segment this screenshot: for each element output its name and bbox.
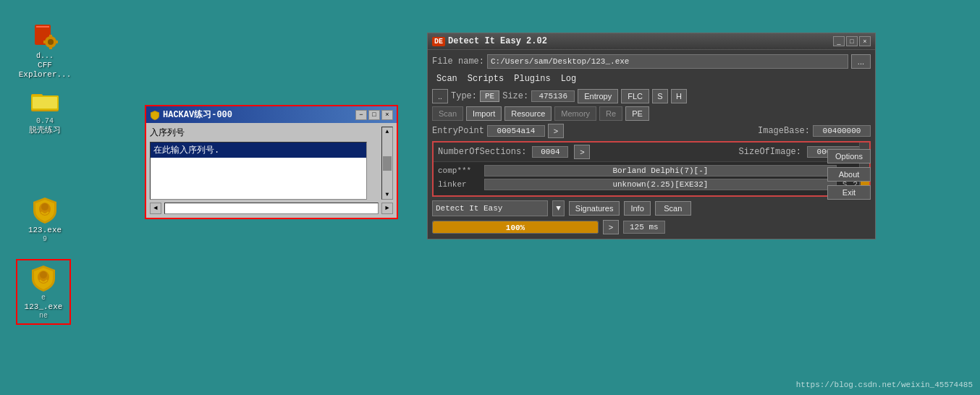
exe2-wrapper: e 123_.exe ne — [16, 259, 71, 325]
hackav-dialog: HACKAV练习-000 − □ × 入序列号 在此输入序列号. ▲ ▼ ◄ — [145, 105, 398, 219]
die-numsections-arrow[interactable]: > — [574, 145, 590, 159]
die-entropy-btn[interactable]: Entropy — [578, 89, 618, 103]
folder-label: 0.74 脱壳练习 — [29, 117, 61, 135]
folder-img — [30, 87, 59, 116]
die-scan-btn[interactable]: Scan — [432, 106, 463, 121]
die-imgbase-label: ImageBase: — [758, 126, 810, 136]
die-flc-btn[interactable]: FLC — [621, 89, 649, 103]
svg-rect-1 — [36, 26, 49, 27]
svg-rect-5 — [49, 46, 52, 49]
die-numsections-val: 0004 — [532, 146, 568, 158]
die-detection-header: NumberOfSections: 0004 > SizeOfImage: 00… — [434, 143, 869, 162]
die-options-btn[interactable]: Options — [827, 149, 871, 163]
die-type-val: PE — [480, 90, 499, 102]
die-info-btn[interactable]: Info — [624, 201, 650, 216]
die-close-btn[interactable]: × — [859, 36, 871, 46]
hackav-titlebar-left: HACKAV练习-000 — [150, 109, 232, 121]
die-max-btn[interactable]: □ — [846, 36, 858, 46]
die-back-btn[interactable]: .. — [432, 89, 448, 103]
die-detection-body: comp*** Borland Delphi(7)[-] S ? linker … — [434, 162, 869, 195]
die-menu-scripts[interactable]: Scripts — [463, 72, 508, 85]
die-window: DE Detect It Easy 2.02 _ □ × File name: … — [427, 33, 876, 239]
die-scan-action-btn[interactable]: Scan — [655, 201, 691, 216]
hackav-max-btn[interactable]: □ — [368, 110, 380, 120]
die-menu-row: Scan Scripts Plugins Log — [432, 72, 871, 85]
hackav-label: 入序列号 — [150, 127, 379, 139]
hackav-hscrollbar[interactable] — [164, 203, 379, 214]
exe2-label: e 123_.exe ne — [25, 294, 63, 320]
die-size-val: 475136 — [531, 90, 575, 102]
folder-icon[interactable]: 0.74 脱壳练习 — [22, 87, 68, 135]
die-ep-arrow-btn[interactable]: > — [548, 124, 564, 138]
die-s-btn[interactable]: S — [652, 89, 668, 103]
die-logo: DE — [432, 37, 445, 46]
die-about-btn[interactable]: About — [827, 167, 871, 182]
exe1-icon[interactable]: 123.exe 9 — [22, 195, 68, 244]
die-resource-btn[interactable]: Resource — [504, 106, 552, 121]
die-type-row: .. Type: PE Size: 475136 Entropy FLC S H — [432, 89, 871, 103]
die-browse-btn[interactable]: ... — [851, 54, 871, 69]
cff-explorer-icon[interactable]: d... CFF Explorer... — [22, 22, 68, 80]
die-menu-scan[interactable]: Scan — [432, 72, 462, 85]
die-menu-plugins[interactable]: Plugins — [510, 72, 554, 85]
die-min-btn[interactable]: _ — [833, 36, 845, 46]
hackav-input-area[interactable]: 在此输入序列号. — [150, 142, 367, 200]
svg-point-13 — [41, 203, 48, 211]
die-exit-btn[interactable]: Exit — [827, 185, 871, 200]
hackav-close-btn[interactable]: × — [381, 110, 393, 120]
die-imgbase-val: 00400000 — [813, 125, 871, 137]
die-progress-container: 100% — [432, 221, 599, 234]
hackav-titlebar: HACKAV练习-000 − □ × — [146, 106, 397, 123]
die-import-row: Scan Import Resource Memory Re PE — [432, 106, 871, 121]
exe2-img — [29, 263, 58, 292]
die-progress-pct: 100% — [506, 224, 525, 232]
die-linker-val: unknown(2.25)[EXE32] — [484, 179, 837, 190]
die-memory-btn[interactable]: Memory — [554, 106, 596, 121]
cff-explorer-label: d... CFF Explorer... — [19, 52, 72, 80]
die-import-btn[interactable]: Import — [466, 106, 502, 121]
die-re-btn[interactable]: Re — [599, 106, 622, 121]
hackav-min-btn[interactable]: − — [355, 110, 367, 120]
die-ep-val: 00054a14 — [487, 125, 545, 137]
die-linker-key: linker — [438, 180, 481, 189]
die-menu-log[interactable]: Log — [557, 72, 581, 85]
hackav-input-selected: 在此输入序列号. — [151, 143, 366, 158]
die-file-path[interactable] — [487, 54, 848, 69]
die-titlebar-controls: _ □ × — [833, 36, 871, 46]
die-comp-key: comp*** — [438, 166, 481, 175]
die-right-panel: Options About Exit — [827, 149, 871, 200]
hackav-shield-icon — [150, 110, 160, 120]
die-titlebar: DE Detect It Easy 2.02 _ □ × — [428, 33, 875, 50]
watermark: https://blog.csdn.net/weixin_45574485 — [796, 381, 973, 389]
die-progress-time: 125 ms — [623, 221, 665, 234]
svg-rect-4 — [49, 35, 52, 38]
svg-rect-11 — [33, 97, 57, 109]
die-ep-label: EntryPoint — [432, 126, 484, 136]
hackav-scrollbar-v[interactable]: ▲ ▼ — [381, 127, 393, 200]
exe1-img — [30, 195, 59, 224]
die-comp-row: comp*** Borland Delphi(7)[-] S ? — [438, 165, 858, 177]
watermark-text: https://blog.csdn.net/weixin_45574485 — [796, 381, 973, 389]
hackav-title: HACKAV练习-000 — [163, 109, 232, 121]
die-body: File name: ... Scan Scripts Plugins Log … — [428, 50, 875, 239]
die-dropdown-arrow[interactable]: ▼ — [552, 200, 565, 216]
svg-rect-6 — [43, 41, 46, 43]
hackav-scroll-right[interactable]: ► — [381, 203, 393, 214]
hackav-body: 入序列号 在此输入序列号. ▲ ▼ ◄ ► — [146, 123, 397, 218]
die-numsections-label: NumberOfSections: — [438, 147, 526, 157]
hackav-controls: − □ × — [355, 110, 393, 120]
die-signatures-btn[interactable]: Signatures — [569, 201, 620, 216]
svg-point-3 — [48, 39, 54, 45]
die-bottom-area: Detect It Easy ▼ Signatures Info Scan — [432, 200, 871, 216]
svg-point-15 — [40, 271, 47, 279]
die-progress-arrow-btn[interactable]: > — [603, 220, 619, 234]
die-h-btn[interactable]: H — [671, 89, 687, 103]
die-dropdown-val[interactable]: Detect It Easy — [432, 200, 548, 216]
die-sizeofimage-label: SizeOfImage: — [739, 147, 801, 157]
die-progress-row: 100% > 125 ms — [432, 220, 871, 234]
hackav-footer: ◄ ► — [150, 203, 393, 214]
die-pe-btn[interactable]: PE — [625, 106, 649, 121]
hackav-scroll-left[interactable]: ◄ — [150, 203, 161, 214]
die-titlebar-title: DE Detect It Easy 2.02 — [432, 36, 547, 46]
exe2-icon[interactable]: e 123_.exe ne — [20, 263, 67, 320]
